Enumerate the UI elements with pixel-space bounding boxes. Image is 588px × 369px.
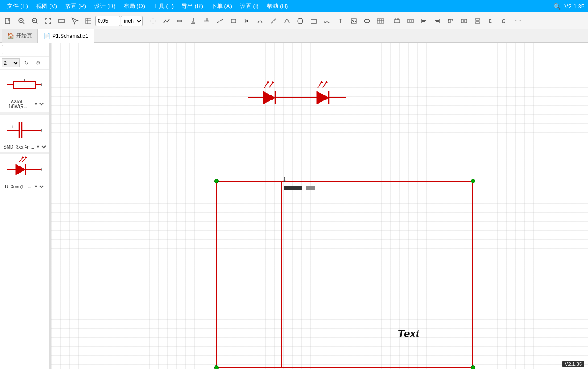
power-button[interactable] [187, 15, 199, 27]
corner-handle-tl[interactable] [214, 179, 219, 183]
move-button[interactable] [147, 15, 159, 27]
component-capacitor[interactable]: + SMD_3x5.4m... ▼ [0, 115, 49, 153]
grid-input-group: inch mm [95, 16, 143, 26]
bus-wire-button[interactable] [214, 15, 226, 27]
resistor-symbol [4, 71, 45, 98]
tab-home[interactable]: 🏠 开始页 [2, 29, 38, 43]
svg-marker-90 [267, 81, 270, 83]
svg-line-7 [36, 22, 37, 24]
ellipse-button[interactable] [361, 15, 373, 27]
new-button[interactable] [2, 15, 14, 27]
svg-marker-84 [263, 91, 275, 104]
component-resistor[interactable]: AXIAL-1/8W(R... ▼ [0, 70, 49, 112]
svg-rect-58 [476, 22, 479, 24]
left-panel-search: 🔍 [0, 43, 49, 57]
schematic-canvas[interactable]: ↕ [51, 43, 588, 369]
table-outer-border: Text [216, 181, 473, 368]
corner-handle-bl[interactable] [214, 365, 219, 369]
component-button-1[interactable] [391, 15, 403, 27]
fit-view-button[interactable] [42, 15, 54, 27]
unit-select[interactable]: inch mm [121, 16, 143, 26]
left-panel: 🔍 2 1 3 ↻ ⚙ AXIAL-1/8 [0, 43, 49, 369]
zoom-in-button[interactable] [15, 15, 28, 27]
circle-button[interactable] [294, 15, 306, 27]
resistor-dropdown[interactable]: ▼ [32, 101, 45, 107]
diode-group-top [248, 81, 390, 110]
menu-tools[interactable]: 工具 (T) [149, 1, 177, 11]
symbol-button-2[interactable]: Ω [498, 15, 510, 27]
text-button[interactable]: T [334, 15, 347, 27]
svg-marker-96 [325, 81, 329, 83]
svg-rect-51 [436, 21, 439, 22]
bezier-button[interactable] [281, 15, 293, 27]
home-icon: 🏠 [7, 33, 14, 39]
menu-bom[interactable]: 下单 (A) [207, 1, 236, 11]
search-icon[interactable]: 🔍 [553, 3, 561, 10]
menu-view[interactable]: 视图 (V) [33, 1, 61, 11]
wire-button[interactable] [160, 15, 173, 27]
grid-button[interactable] [82, 15, 95, 27]
svg-rect-64 [13, 81, 36, 88]
corner-handle-tr[interactable] [471, 179, 475, 183]
tab-schematic1-label: P1.Schematic1 [52, 33, 88, 39]
table-header-content-2 [306, 186, 315, 190]
menu-file[interactable]: 文件 (E) [4, 1, 32, 11]
settings-button[interactable]: ⚙ [33, 58, 43, 68]
page-select[interactable]: 2 1 3 [2, 58, 20, 67]
menu-settings[interactable]: 设置 (I) [236, 1, 262, 11]
toolbar: 1:1 inch mm ✕ [0, 12, 588, 29]
diode-symbol [4, 156, 45, 183]
arc-button[interactable] [254, 15, 266, 27]
table-button[interactable] [374, 15, 387, 27]
svg-rect-34 [377, 19, 384, 23]
diode-label: -R_3mm(LE... ▼ [2, 183, 47, 190]
zoom-out-button[interactable] [29, 15, 41, 27]
capacitor-label: SMD_3x5.4m... ▼ [2, 143, 47, 150]
image-button[interactable] [348, 15, 360, 27]
menu-export[interactable]: 导出 (R) [178, 1, 207, 11]
menu-help[interactable]: 帮助 (H) [263, 1, 292, 11]
svg-marker-88 [272, 81, 275, 83]
table-text-value: Text [398, 328, 419, 340]
distribute-v-button[interactable] [471, 15, 484, 27]
menu-bar: 文件 (E) 视图 (V) 放置 (P) 设计 (D) 布局 (O) 工具 (T… [4, 1, 291, 11]
menu-place[interactable]: 放置 (P) [62, 1, 90, 11]
svg-rect-54 [461, 19, 463, 23]
component-button-2[interactable] [404, 15, 417, 27]
junction-button[interactable] [227, 15, 240, 27]
grid-value-input[interactable] [95, 16, 120, 26]
netport-button[interactable] [174, 15, 186, 27]
curve-button[interactable] [321, 15, 333, 27]
resistor-label: AXIAL-1/8W(R... ▼ [2, 98, 47, 110]
symbol-button-1[interactable]: Σ [484, 15, 497, 27]
component-diode[interactable]: -R_3mm(LE... ▼ [0, 154, 49, 192]
menu-layout[interactable]: 布局 (O) [120, 1, 149, 11]
rect-button[interactable] [307, 15, 320, 27]
tab-schematic1[interactable]: 📄 P1.Schematic1 [38, 29, 94, 43]
align-left-button[interactable] [418, 15, 430, 27]
more-button[interactable]: ⋯ [511, 15, 524, 27]
corner-handle-br[interactable] [471, 365, 475, 369]
distribute-h-button[interactable] [458, 15, 470, 27]
resize-cursor-indicator[interactable]: ↕ [282, 174, 286, 184]
svg-line-4 [23, 22, 24, 24]
capacitor-symbol: + [4, 116, 45, 143]
capacitor-dropdown[interactable]: ▼ [34, 144, 47, 149]
diode-dropdown[interactable]: ▼ [32, 184, 45, 189]
align-right-button[interactable] [431, 15, 443, 27]
refresh-button[interactable]: ↻ [21, 58, 31, 68]
svg-text:+: + [11, 124, 14, 129]
cross-button[interactable]: ✕ [240, 15, 253, 27]
svg-rect-31 [351, 19, 356, 23]
title-right: 🔍 V2.1.35 [553, 3, 584, 10]
select-button[interactable] [69, 15, 81, 27]
actual-size-button[interactable]: 1:1 [55, 15, 68, 27]
table-container[interactable]: Text [216, 181, 473, 368]
component-search-input[interactable] [2, 45, 49, 54]
menu-design[interactable]: 设计 (D) [91, 1, 119, 11]
canvas-area[interactable]: ↕ [51, 43, 588, 369]
line-button[interactable] [267, 15, 280, 27]
bus-button[interactable] [200, 15, 213, 27]
svg-text:Σ: Σ [489, 18, 492, 24]
align-top-button[interactable] [444, 15, 457, 27]
